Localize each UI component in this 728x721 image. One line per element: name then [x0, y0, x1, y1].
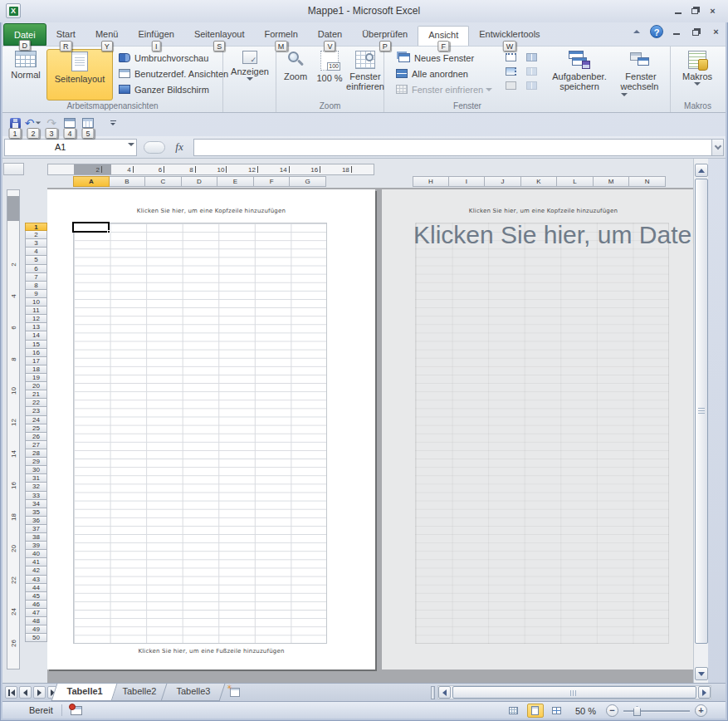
arrange-all-button[interactable]: Alle anordnen: [394, 66, 492, 81]
undo-button[interactable]: ↶ 2: [24, 115, 42, 131]
first-sheet-button[interactable]: [5, 686, 17, 699]
show-button[interactable]: Anzeigen: [227, 49, 273, 81]
column-header-b[interactable]: B: [110, 176, 146, 187]
row-header-10[interactable]: 10: [25, 298, 47, 307]
tab-ueberpruefen[interactable]: Überprüfen P: [352, 26, 418, 46]
row-header-24[interactable]: 24: [25, 416, 47, 424]
close-button[interactable]: ×: [706, 4, 720, 17]
zoom-slider[interactable]: [623, 704, 690, 717]
column-header-e[interactable]: E: [217, 176, 254, 187]
macro-record-button[interactable]: [71, 706, 82, 715]
new-window-button[interactable]: Neues Fenster: [394, 50, 492, 66]
redo-button[interactable]: ↷ 3: [42, 115, 61, 131]
add-data-placeholder[interactable]: Klicken Sie hier, um Daten h: [413, 221, 705, 249]
print-preview-button[interactable]: 4: [61, 115, 79, 131]
row-header-20[interactable]: 20: [25, 382, 47, 390]
custom-views-button[interactable]: Benutzerdef. Ansichten: [117, 66, 228, 81]
sheet-tab-tabelle3[interactable]: Tabelle3: [161, 684, 226, 701]
tab-start[interactable]: Start R: [46, 26, 86, 46]
column-header-n[interactable]: N: [629, 176, 666, 187]
page-layout-view-shortcut[interactable]: [527, 704, 544, 718]
fill-handle[interactable]: [107, 230, 110, 233]
restore-button[interactable]: [688, 4, 702, 17]
cell-grid[interactable]: [73, 223, 327, 644]
tab-ansicht[interactable]: Ansicht F: [418, 26, 469, 46]
expand-formula-bar-button[interactable]: [711, 139, 724, 156]
row-header-14[interactable]: 14: [25, 331, 47, 340]
row-header-37[interactable]: 37: [25, 525, 47, 533]
row-header-38[interactable]: 38: [25, 533, 47, 542]
select-all-corner[interactable]: [3, 163, 24, 175]
scroll-right-button[interactable]: [698, 686, 711, 699]
row-header-29[interactable]: 29: [25, 458, 47, 466]
page-break-preview-shortcut[interactable]: [549, 704, 565, 718]
column-header-l[interactable]: L: [557, 176, 594, 187]
tab-einfuegen[interactable]: Einfügen I: [128, 26, 183, 46]
next-sheet-button[interactable]: [33, 686, 46, 699]
collapse-ribbon-button[interactable]: [629, 25, 644, 38]
row-header-8[interactable]: 8: [25, 282, 47, 290]
tab-menue[interactable]: Menü Y: [86, 26, 129, 46]
insert-function-button[interactable]: fx: [165, 140, 193, 154]
split-button[interactable]: [503, 50, 519, 64]
row-header-39[interactable]: 39: [25, 542, 47, 550]
row-header-6[interactable]: 6: [25, 265, 47, 273]
save-workspace-button[interactable]: Aufgabenber. speichern: [550, 49, 608, 91]
previous-sheet-button[interactable]: [19, 686, 32, 699]
zoom-button[interactable]: Zoom: [279, 49, 312, 81]
normal-view-button[interactable]: Normal: [7, 49, 45, 80]
tab-formeln[interactable]: Formeln M: [254, 26, 307, 46]
row-header-11[interactable]: 11: [25, 307, 47, 315]
column-header-m[interactable]: M: [594, 176, 630, 187]
scroll-left-button[interactable]: [438, 686, 451, 699]
column-header-i[interactable]: I: [449, 176, 486, 187]
column-header-a[interactable]: A: [73, 176, 110, 187]
row-header-33[interactable]: 33: [25, 492, 47, 500]
horizontal-scrollbar-thumb[interactable]: [452, 686, 696, 699]
formula-bar-divider[interactable]: [144, 141, 165, 154]
normal-view-shortcut[interactable]: [506, 704, 522, 718]
row-header-48[interactable]: 48: [25, 617, 47, 625]
column-header-h[interactable]: H: [413, 176, 449, 187]
row-header-13[interactable]: 13: [25, 323, 47, 331]
row-header-17[interactable]: 17: [25, 357, 47, 365]
zoom-out-button[interactable]: −: [606, 704, 618, 717]
customize-qat-button[interactable]: [104, 115, 122, 131]
zoom-to-selection-button[interactable]: Fenster einfrieren: [347, 49, 384, 91]
row-header-41[interactable]: 41: [25, 558, 47, 566]
row-header-49[interactable]: 49: [25, 625, 47, 634]
tab-split-handle[interactable]: [431, 686, 435, 699]
row-header-32[interactable]: 32: [25, 483, 47, 491]
row-header-44[interactable]: 44: [25, 584, 47, 592]
row-header-4[interactable]: 4: [25, 248, 47, 256]
row-header-19[interactable]: 19: [25, 374, 47, 382]
row-header-40[interactable]: 40: [25, 550, 47, 558]
zoom-level[interactable]: 50 %: [575, 706, 596, 716]
reset-window-position-button[interactable]: [524, 78, 540, 92]
row-header-23[interactable]: 23: [25, 407, 47, 415]
row-header-9[interactable]: 9: [25, 290, 47, 298]
row-header-30[interactable]: 30: [25, 466, 47, 474]
row-header-26[interactable]: 26: [25, 433, 47, 441]
horizontal-scrollbar[interactable]: [437, 685, 711, 699]
row-header-5[interactable]: 5: [25, 256, 47, 264]
row-header-1[interactable]: 1: [25, 223, 47, 231]
zoom-100-button[interactable]: 100 %: [314, 49, 345, 83]
tab-daten[interactable]: Daten V: [308, 26, 352, 46]
unhide-window-button[interactable]: [503, 78, 519, 92]
help-icon[interactable]: ?: [650, 25, 663, 38]
vertical-scrollbar-thumb[interactable]: [695, 179, 708, 644]
page-break-preview-button[interactable]: Umbruchvorschau: [117, 50, 228, 66]
sheet-tab-tabelle1[interactable]: Tabelle1: [51, 684, 118, 701]
row-header-50[interactable]: 50: [25, 634, 47, 642]
row-header-35[interactable]: 35: [25, 508, 47, 517]
zoom-in-button[interactable]: +: [695, 704, 707, 717]
row-header-3[interactable]: 3: [25, 239, 47, 248]
row-header-27[interactable]: 27: [25, 441, 47, 449]
row-header-18[interactable]: 18: [25, 365, 47, 374]
vertical-scrollbar[interactable]: [693, 159, 708, 683]
workbook-minimize-button[interactable]: [669, 26, 683, 38]
column-header-j[interactable]: J: [485, 176, 521, 187]
row-header-7[interactable]: 7: [25, 273, 47, 282]
row-header-36[interactable]: 36: [25, 517, 47, 525]
